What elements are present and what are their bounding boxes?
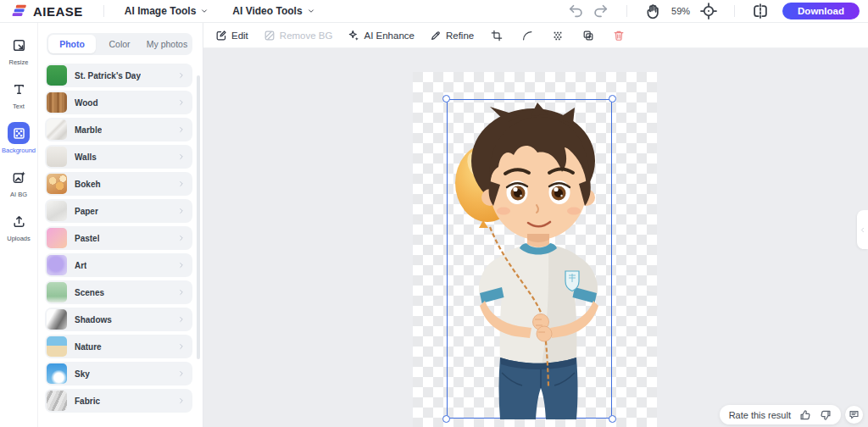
remove-bg-button: Remove BG: [264, 30, 333, 42]
remove-bg-icon: [264, 30, 275, 42]
selection-box[interactable]: [447, 99, 612, 419]
category-label: Walls: [75, 152, 97, 162]
selection-handle-bottom-left[interactable]: [442, 415, 450, 423]
panel-scrollbar[interactable]: [197, 75, 200, 359]
nav-label: AI Video Tools: [232, 5, 302, 17]
tab-color[interactable]: Color: [96, 35, 143, 53]
thumb-up-icon[interactable]: [798, 408, 811, 421]
category-label: Marble: [75, 125, 102, 135]
chevron-right-icon: [177, 71, 186, 80]
subject-image-boy-with-balloon[interactable]: [448, 100, 613, 419]
chevron-right-icon: [177, 342, 186, 351]
sidebar-item-label: Resize: [9, 58, 29, 66]
dissolve-button[interactable]: [550, 28, 565, 43]
refine-button[interactable]: Refine: [430, 30, 474, 42]
tool-label: Remove BG: [280, 30, 333, 41]
selection-handle-bottom-right[interactable]: [609, 415, 616, 423]
category-scenes[interactable]: Scenes: [45, 280, 192, 304]
chevron-right-icon: [177, 369, 186, 378]
ai-enhance-button[interactable]: AI Enhance: [348, 30, 414, 42]
category-label: Paper: [75, 207, 98, 216]
zoom-level: 59%: [670, 6, 692, 16]
chevron-down-icon: [200, 7, 209, 15]
delete-button[interactable]: [611, 28, 626, 43]
feedback-chat-button[interactable]: [845, 406, 863, 424]
sidebar-item-label: AI BG: [10, 191, 27, 198]
category-label: Pastel: [75, 234, 99, 243]
pen-icon: [430, 30, 442, 42]
category-thumbnail: [47, 65, 67, 86]
category-label: Scenes: [75, 288, 104, 297]
sidebar-item-ai-bg[interactable]: AI BG: [8, 166, 30, 198]
nav-label: AI Image Tools: [125, 5, 196, 17]
header-divider: [103, 5, 104, 17]
canvas-toolbar: EditRemove BGAI EnhanceRefine: [203, 23, 868, 48]
category-shadows[interactable]: Shadows: [45, 308, 192, 331]
hand-tool-icon[interactable]: [644, 3, 661, 19]
sidebar-item-background[interactable]: Background: [2, 122, 36, 154]
logo-text: AIEASE: [33, 4, 83, 19]
tab-photo[interactable]: Photo: [48, 35, 96, 53]
redo-icon[interactable]: [593, 3, 609, 19]
crop-button[interactable]: [489, 28, 504, 43]
sidebar-item-uploads[interactable]: Uploads: [7, 210, 31, 242]
nav-ai-image-tools[interactable]: AI Image Tools: [113, 5, 220, 17]
category-label: Shadows: [75, 315, 112, 324]
chevron-right-icon: [177, 207, 186, 215]
fit-view-icon[interactable]: [700, 3, 717, 19]
panel-tabs: PhotoColorMy photos: [47, 33, 192, 55]
category-thumbnail: [47, 255, 67, 275]
category-pastel[interactable]: Pastel: [45, 226, 192, 250]
edit-button[interactable]: Edit: [215, 30, 248, 42]
background-icon: [8, 122, 30, 144]
header-divider: [626, 5, 627, 17]
download-button[interactable]: Download: [782, 3, 860, 19]
category-thumbnail: [47, 282, 67, 302]
chevron-right-icon: [177, 180, 186, 188]
arc-button[interactable]: [520, 28, 535, 43]
header: AIEASE AI Image Tools AI Video Tools 59%…: [0, 0, 868, 23]
category-thumbnail: [47, 228, 67, 248]
category-walls[interactable]: Walls: [45, 145, 192, 169]
undo-icon[interactable]: [567, 3, 584, 19]
tool-label: Refine: [446, 30, 474, 41]
thumb-down-icon[interactable]: [819, 408, 832, 421]
category-paper[interactable]: Paper: [45, 199, 192, 223]
category-thumbnail: [47, 147, 67, 167]
category-fabric[interactable]: Fabric: [45, 389, 192, 413]
upload-icon: [8, 210, 30, 232]
category-marble[interactable]: Marble: [45, 118, 192, 141]
category-thumbnail: [47, 174, 67, 194]
right-panel-toggle[interactable]: [857, 210, 868, 249]
sidebar-item-resize[interactable]: Resize: [8, 34, 30, 66]
compare-icon[interactable]: [752, 3, 769, 19]
chevron-right-icon: [177, 125, 186, 134]
sidebar-item-text[interactable]: Text: [8, 78, 30, 110]
selection-handle-top-right[interactable]: [609, 95, 616, 103]
category-thumbnail: [47, 363, 67, 384]
rate-result-pill: Rate this result: [720, 405, 841, 424]
duplicate-button[interactable]: [581, 28, 596, 43]
sidebar-item-label: Text: [13, 103, 25, 110]
selection-handle-top-left[interactable]: [442, 95, 450, 103]
category-label: Wood: [75, 98, 98, 108]
category-thumbnail: [47, 336, 67, 357]
category-list: St. Patrick's DayWoodMarbleWallsBokehPap…: [38, 64, 203, 413]
sidebar-item-label: Background: [2, 147, 36, 154]
category-wood[interactable]: Wood: [45, 91, 192, 114]
text-icon: [8, 78, 30, 100]
nav-ai-video-tools[interactable]: AI Video Tools: [220, 5, 326, 17]
category-label: St. Patrick's Day: [75, 71, 141, 80]
category-sky[interactable]: Sky: [45, 362, 192, 385]
tab-my-photos[interactable]: My photos: [143, 35, 191, 53]
category-bokeh[interactable]: Bokeh: [45, 172, 192, 196]
category-art[interactable]: Art: [45, 253, 192, 277]
chevron-right-icon: [177, 315, 186, 324]
category-label: Nature: [75, 342, 102, 352]
category-thumbnail: [47, 92, 67, 113]
logo[interactable]: AIEASE: [0, 3, 95, 19]
sidebar-item-label: Uploads: [7, 235, 31, 242]
canvas-stage: EditRemove BGAI EnhanceRefine: [203, 23, 868, 427]
category-st-patricks[interactable]: St. Patrick's Day: [45, 64, 192, 87]
category-nature[interactable]: Nature: [45, 335, 192, 358]
